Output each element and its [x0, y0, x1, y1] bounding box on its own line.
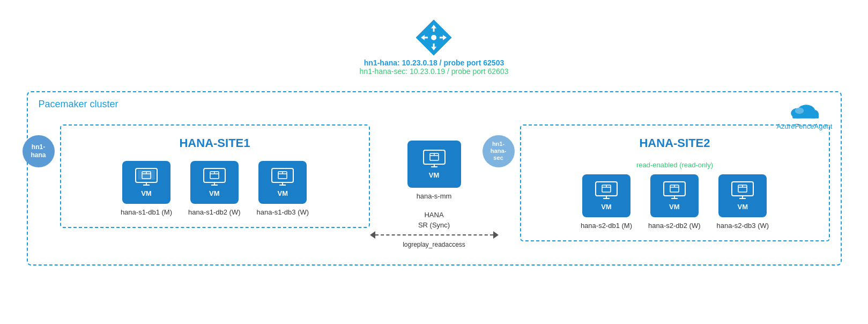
vm-monitor-icon-s2db3: [731, 181, 754, 200]
dashed-line: [375, 234, 493, 235]
svg-rect-22: [204, 168, 225, 182]
vm-monitor-icon-mid: [422, 149, 446, 168]
site1-vm-row: VM hana-s1-db1 (M): [69, 161, 361, 216]
vm-item-s2db3: VM hana-s2-db3 (W): [717, 174, 769, 230]
router-icon: [416, 19, 453, 56]
arrow-head-right: [493, 231, 499, 239]
vm-monitor-icon: [135, 167, 158, 187]
vm-name-s1db2: hana-s1-db2 (W): [188, 208, 241, 216]
router-text: hn1-hana: 10.23.0.18 / probe port 62503 …: [360, 58, 509, 76]
vm-item-s1db2: VM hana-s1-db2 (W): [188, 161, 241, 216]
site1-title: HANA-SITE1: [69, 136, 361, 150]
vm-name-s1db3: hana-s1-db3 (W): [257, 208, 309, 216]
vm-monitor-icon-s2db2: [663, 181, 686, 200]
vm-monitor-icon-s2db1: [595, 181, 618, 200]
svg-rect-34: [424, 150, 445, 164]
site1-wrapper: hn1- hana HANA-SITE1: [39, 119, 370, 248]
middle-vm-group: VM hana-s-mm: [407, 141, 461, 200]
svg-rect-52: [732, 182, 753, 196]
router-icon-group: hn1-hana: 10.23.0.18 / probe port 62503 …: [360, 19, 509, 76]
main-row: hn1- hana HANA-SITE1: [39, 119, 830, 248]
cloud-icon: [788, 98, 820, 120]
vm-box-s1db1: VM: [122, 161, 170, 204]
vm-name-s2db3: hana-s2-db3 (W): [717, 222, 769, 230]
vm-item-s1db1: VM hana-s1-db1 (M): [121, 161, 172, 216]
vm-name-smm: hana-s-mm: [417, 192, 452, 200]
pacemaker-label: Pacemaker cluster: [39, 99, 118, 110]
vm-box-s2db3: VM: [718, 174, 767, 217]
vm-monitor-icon-2: [203, 167, 226, 187]
vm-item-s1db3: VM hana-s1-db3 (W): [257, 161, 309, 216]
vm-item-s2db1: VM hana-s2-db1 (M): [581, 174, 632, 230]
site2-wrapper: hn1- hana- sec HANA-SITE2 read-enabled (…: [499, 119, 830, 248]
vm-name-s2db2: hana-s2-db2 (W): [648, 222, 701, 230]
vm-name-s1db1: hana-s1-db1 (M): [121, 208, 172, 216]
svg-point-9: [432, 35, 437, 40]
vm-box-s2db1: VM: [582, 174, 630, 217]
router-line1: hn1-hana: 10.23.0.18 / probe port 62503: [360, 58, 509, 67]
logreplay-label: logreplay_readaccess: [403, 241, 465, 248]
site1-inner-box: HANA-SITE1: [60, 124, 370, 228]
vm-monitor-icon-3: [271, 167, 294, 187]
node-circle-site1: hn1- hana: [23, 135, 55, 167]
vm-label-s1db2: VM: [209, 189, 220, 197]
svg-rect-40: [596, 182, 617, 196]
diagram-container: hn1-hana: 10.23.0.18 / probe port 62503 …: [16, 48, 852, 276]
node-circle-site2: hn1- hana- sec: [483, 135, 515, 167]
vm-label-s1db3: VM: [278, 189, 288, 197]
svg-rect-46: [664, 182, 685, 196]
vm-label-s1db1: VM: [141, 189, 152, 197]
site2-title: HANA-SITE2: [529, 136, 821, 150]
sr-label2: SR (Sync): [418, 221, 450, 229]
vm-box-s1db3: VM: [258, 161, 307, 204]
dashed-arrow-line: [370, 231, 499, 239]
svg-point-14: [795, 107, 804, 114]
site2-inner-box: HANA-SITE2 read-enabled (read-only): [520, 124, 830, 241]
vm-name-s2db1: hana-s2-db1 (M): [581, 222, 632, 230]
svg-rect-13: [793, 113, 819, 118]
svg-rect-28: [272, 168, 293, 182]
router-line2: hn1-hana-sec: 10.23.0.19 / probe port 62…: [360, 67, 509, 76]
vm-label-s2db3: VM: [738, 203, 748, 211]
arrow-head-left: [370, 231, 375, 239]
vm-box-s2db2: VM: [650, 174, 699, 217]
hana-sr-arrow: HANA SR (Sync) logreplay_readaccess: [370, 211, 499, 248]
vm-label-smm: VM: [429, 171, 440, 179]
pacemaker-box: Pacemaker cluster AzureFenceAgent hn1- h…: [27, 91, 842, 266]
sr-label1: HANA: [424, 211, 443, 219]
middle-section: VM hana-s-mm HANA SR (Sync) logreplay_re…: [370, 119, 499, 248]
vm-label-s2db1: VM: [601, 203, 612, 211]
vm-label-s2db2: VM: [669, 203, 680, 211]
vm-box-smm: VM: [407, 141, 461, 188]
site2-vm-row: VM hana-s2-db1 (M): [529, 174, 821, 230]
vm-item-s2db2: VM hana-s2-db2 (W): [648, 174, 701, 230]
vm-box-s1db2: VM: [190, 161, 239, 204]
read-enabled-label: read-enabled (read-only): [529, 161, 821, 169]
